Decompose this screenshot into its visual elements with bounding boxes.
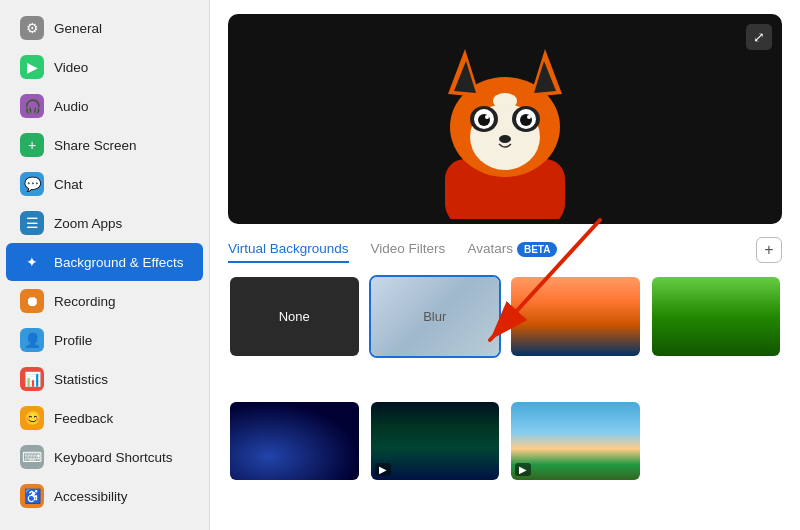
sidebar-label-video: Video: [54, 60, 88, 75]
recording-icon: ⏺: [20, 289, 44, 313]
zoom-icon: ☰: [20, 211, 44, 235]
sidebar-item-statistics[interactable]: 📊Statistics: [6, 360, 203, 398]
tab-virtual-backgrounds[interactable]: Virtual Backgrounds: [228, 236, 349, 263]
sidebar-label-statistics: Statistics: [54, 372, 108, 387]
fox-avatar-svg: [410, 19, 600, 219]
bg-inner-nature: [652, 277, 781, 356]
audio-icon: 🎧: [20, 94, 44, 118]
bg-thumb-aurora[interactable]: ▶: [369, 400, 502, 483]
sidebar-item-keyboard-shortcuts[interactable]: ⌨Keyboard Shortcuts: [6, 438, 203, 476]
tab-video-filters[interactable]: Video Filters: [371, 236, 446, 263]
sidebar-item-video[interactable]: ▶Video: [6, 48, 203, 86]
sidebar-item-share-screen[interactable]: +Share Screen: [6, 126, 203, 164]
bg-thumb-golden-gate[interactable]: [509, 275, 642, 358]
tab-avatars[interactable]: AvatarsBETA: [467, 236, 557, 263]
sidebar-item-recording[interactable]: ⏺Recording: [6, 282, 203, 320]
video-icon: ▶: [20, 55, 44, 79]
bg-inner-golden-gate: [511, 277, 640, 356]
sidebar-label-share-screen: Share Screen: [54, 138, 137, 153]
sidebar-item-audio[interactable]: 🎧Audio: [6, 87, 203, 125]
stats-icon: 📊: [20, 367, 44, 391]
sidebar-item-general[interactable]: ⚙General: [6, 9, 203, 47]
sidebar: ⚙General▶Video🎧Audio+Share Screen💬Chat☰Z…: [0, 0, 210, 530]
feedback-icon: 😊: [20, 406, 44, 430]
main-content: ⤢ Virtual BackgroundsVideo FiltersAvatar…: [210, 0, 800, 530]
beta-badge: BETA: [517, 242, 557, 257]
sidebar-label-background-effects: Background & Effects: [54, 255, 184, 270]
add-background-button[interactable]: +: [756, 237, 782, 263]
sidebar-label-accessibility: Accessibility: [54, 489, 128, 504]
sidebar-item-accessibility[interactable]: ♿Accessibility: [6, 477, 203, 515]
bg-thumb-space[interactable]: [228, 400, 361, 483]
bg-thumb-none[interactable]: None: [228, 275, 361, 358]
background-grid: NoneBlur▶▶: [228, 275, 782, 516]
preview-container: ⤢: [228, 14, 782, 224]
bg-inner-space: [230, 402, 359, 481]
bg-icon: ✦: [20, 250, 44, 274]
fox-avatar: [228, 14, 782, 224]
sidebar-item-background-effects[interactable]: ✦Background & Effects: [6, 243, 203, 281]
expand-button[interactable]: ⤢: [746, 24, 772, 50]
sidebar-item-feedback[interactable]: 😊Feedback: [6, 399, 203, 437]
chat-icon: 💬: [20, 172, 44, 196]
access-icon: ♿: [20, 484, 44, 508]
sidebar-label-chat: Chat: [54, 177, 83, 192]
profile-icon: 👤: [20, 328, 44, 352]
video-badge: ▶: [375, 463, 391, 476]
keyboard-icon: ⌨: [20, 445, 44, 469]
svg-point-17: [493, 93, 517, 109]
bg-inner-none: None: [230, 277, 359, 356]
tabs-row: Virtual BackgroundsVideo FiltersAvatarsB…: [228, 236, 782, 263]
svg-point-14: [485, 115, 489, 119]
bg-thumb-nature[interactable]: [650, 275, 783, 358]
bg-inner-blur: Blur: [371, 277, 500, 356]
sidebar-label-recording: Recording: [54, 294, 116, 309]
bg-thumb-beach[interactable]: ▶: [509, 400, 642, 483]
svg-point-16: [499, 135, 511, 143]
sidebar-item-zoom-apps[interactable]: ☰Zoom Apps: [6, 204, 203, 242]
sidebar-label-audio: Audio: [54, 99, 89, 114]
svg-point-15: [527, 115, 531, 119]
sidebar-label-feedback: Feedback: [54, 411, 113, 426]
general-icon: ⚙: [20, 16, 44, 40]
sidebar-label-profile: Profile: [54, 333, 92, 348]
bg-thumb-blur[interactable]: Blur: [369, 275, 502, 358]
share-icon: +: [20, 133, 44, 157]
video-badge: ▶: [515, 463, 531, 476]
sidebar-label-general: General: [54, 21, 102, 36]
sidebar-item-profile[interactable]: 👤Profile: [6, 321, 203, 359]
sidebar-label-keyboard-shortcuts: Keyboard Shortcuts: [54, 450, 173, 465]
sidebar-label-zoom-apps: Zoom Apps: [54, 216, 122, 231]
sidebar-item-chat[interactable]: 💬Chat: [6, 165, 203, 203]
